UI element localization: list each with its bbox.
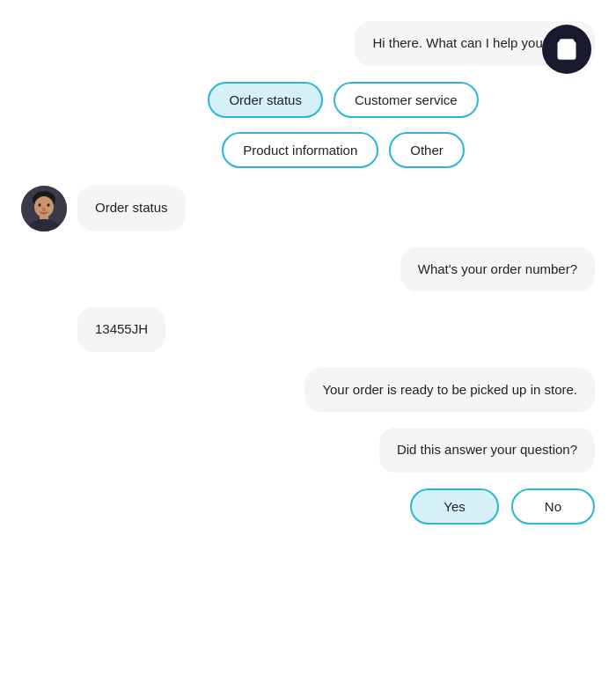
avatar-image [21,186,67,231]
svg-point-5 [48,203,50,207]
quick-replies-row2: Product information Other [21,132,595,168]
bot-avatar-icon [542,25,591,74]
user-order-status-row: Order status [21,186,595,231]
shopping-bag-icon [554,37,579,62]
bot-order-ready-row: Your order is ready to be picked up in s… [21,368,595,413]
quick-reply-other[interactable]: Other [389,132,465,168]
quick-reply-order-status[interactable]: Order status [208,82,323,118]
svg-point-4 [39,203,41,207]
bot-order-number-bubble: What's your order number? [400,247,595,292]
user-avatar [21,186,67,231]
svg-point-2 [34,196,54,217]
bot-greeting-row: Hi there. What can I help you with? [21,21,595,66]
bot-answer-question-bubble: Did this answer your question? [379,428,595,473]
bot-answer-question-row: Did this answer your question? [21,428,595,473]
user-order-id-bubble: 13455JH [77,307,165,352]
bot-order-number-row: What's your order number? [21,247,595,292]
svg-point-3 [42,207,46,211]
quick-replies-row1: Order status Customer service [21,82,595,118]
bot-order-ready-bubble: Your order is ready to be picked up in s… [304,368,595,413]
no-button[interactable]: No [511,488,595,525]
user-order-id-row: 13455JH [21,307,595,352]
chat-container: Hi there. What can I help you with? Orde… [0,0,616,690]
user-order-status-bubble: Order status [77,186,186,231]
yn-replies-row: Yes No [21,488,595,525]
quick-reply-customer-service[interactable]: Customer service [334,82,479,118]
yes-button[interactable]: Yes [410,488,498,525]
quick-reply-product-info[interactable]: Product information [222,132,378,168]
